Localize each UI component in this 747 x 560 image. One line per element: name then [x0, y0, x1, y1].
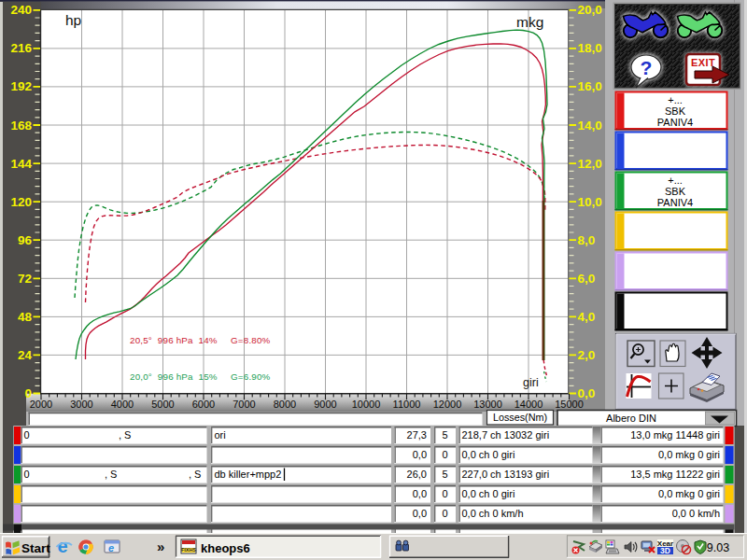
svg-text:, S: , S: [189, 469, 201, 480]
svg-text:27,3: 27,3: [407, 429, 427, 441]
svg-text:14,0: 14,0: [578, 119, 602, 133]
svg-text:kheops6: kheops6: [201, 541, 250, 555]
svg-text:120: 120: [10, 195, 32, 209]
svg-text:G=6.90%: G=6.90%: [231, 371, 271, 382]
svg-text:2,0: 2,0: [578, 348, 596, 362]
svg-text:216: 216: [10, 41, 32, 55]
svg-text:2000: 2000: [30, 399, 52, 410]
svg-text:0: 0: [24, 469, 30, 480]
svg-text:96: 96: [18, 233, 33, 247]
svg-text:0,0: 0,0: [413, 488, 427, 499]
svg-text:20,0° 996 hPa 15%: 20,0° 996 hPa 15%: [130, 371, 218, 382]
svg-text:0,0 mkg 0 giri: 0,0 mkg 0 giri: [658, 449, 720, 460]
svg-text:0: 0: [442, 488, 447, 499]
svg-text:18,0: 18,0: [578, 41, 602, 55]
svg-text:?: ?: [641, 57, 653, 78]
svg-text:192: 192: [10, 79, 32, 93]
svg-text:10,0: 10,0: [578, 195, 602, 209]
svg-text:168: 168: [10, 119, 32, 133]
svg-text:8,0: 8,0: [578, 233, 596, 247]
svg-text:8000: 8000: [274, 399, 296, 410]
svg-text:144: 144: [10, 157, 32, 171]
svg-text:mkg: mkg: [516, 14, 543, 30]
svg-text:7000: 7000: [233, 399, 255, 410]
svg-text:EXIT: EXIT: [691, 57, 715, 68]
svg-text:3D: 3D: [660, 546, 670, 555]
svg-text:e: e: [58, 536, 68, 556]
svg-text:0,0: 0,0: [413, 449, 427, 460]
svg-text:PANIV4: PANIV4: [657, 117, 693, 128]
svg-text:13,5 mkg 11222 giri: 13,5 mkg 11222 giri: [630, 469, 720, 480]
svg-text:5: 5: [442, 469, 447, 480]
svg-text:hp: hp: [65, 12, 81, 28]
svg-text:+...: +...: [668, 175, 683, 186]
svg-text:13,0 mkg 11448 giri: 13,0 mkg 11448 giri: [630, 429, 720, 441]
svg-text:giri: giri: [523, 376, 539, 389]
svg-text:10000: 10000: [352, 399, 381, 410]
svg-text:, S: , S: [119, 429, 131, 441]
svg-text:9000: 9000: [314, 399, 336, 410]
svg-text:4000: 4000: [111, 399, 134, 410]
svg-text:20,5° 996 hPa 14%: 20,5° 996 hPa 14%: [130, 335, 218, 345]
svg-text:218,7 ch 13032 giri: 218,7 ch 13032 giri: [462, 429, 550, 441]
svg-text:240: 240: [10, 3, 32, 17]
svg-text:SBK: SBK: [665, 186, 686, 197]
svg-text:0,0 ch 0 km/h: 0,0 ch 0 km/h: [462, 508, 524, 519]
svg-text:0,0 ch 0 giri: 0,0 ch 0 giri: [462, 488, 515, 499]
svg-text:0,0: 0,0: [413, 508, 427, 519]
svg-text:0: 0: [442, 449, 447, 460]
svg-text:24: 24: [18, 348, 33, 362]
svg-text:db killer+mpp2: db killer+mpp2: [215, 469, 282, 480]
svg-text:9.03: 9.03: [707, 541, 729, 554]
svg-text:3000: 3000: [70, 399, 92, 410]
svg-text:13000: 13000: [473, 399, 502, 410]
svg-text:0,0 ch 0 giri: 0,0 ch 0 giri: [462, 449, 515, 460]
svg-text:SBK: SBK: [665, 105, 686, 117]
svg-text:, S: , S: [105, 469, 117, 480]
svg-text:PANIV4: PANIV4: [657, 197, 693, 208]
svg-text:Start: Start: [21, 541, 50, 555]
svg-text:16,0: 16,0: [578, 79, 602, 93]
svg-text:48: 48: [18, 310, 33, 324]
svg-text:6000: 6000: [192, 399, 215, 410]
svg-text:FIXHS: FIXHS: [181, 547, 197, 553]
svg-text:0,0 0 km/h: 0,0 0 km/h: [672, 508, 720, 519]
svg-text:0: 0: [24, 429, 30, 441]
svg-text:72: 72: [18, 272, 32, 286]
svg-text:e: e: [108, 542, 114, 553]
svg-text:15000: 15000: [555, 399, 584, 410]
svg-text:26,0: 26,0: [407, 469, 427, 480]
svg-text:+...: +...: [668, 94, 683, 105]
svg-text:ori: ori: [215, 429, 226, 441]
svg-text:0: 0: [442, 508, 447, 519]
svg-text:12000: 12000: [433, 399, 462, 410]
svg-text:Albero DIN: Albero DIN: [606, 413, 656, 424]
svg-text:14000: 14000: [514, 399, 543, 410]
svg-text:5: 5: [442, 429, 447, 441]
svg-text:»: »: [157, 539, 164, 554]
svg-text:11000: 11000: [393, 399, 421, 410]
svg-text:12,0: 12,0: [578, 157, 602, 171]
svg-text:6,0: 6,0: [578, 272, 596, 286]
svg-text:Losses(Nm): Losses(Nm): [493, 412, 547, 423]
svg-text:0,0 mkg 0 giri: 0,0 mkg 0 giri: [658, 488, 720, 499]
svg-text:20,0: 20,0: [578, 3, 602, 17]
svg-text:G=8.80%: G=8.80%: [231, 335, 271, 345]
svg-text:4,0: 4,0: [578, 310, 596, 324]
svg-text:227,0 ch 13193 giri: 227,0 ch 13193 giri: [462, 469, 550, 480]
svg-text:5000: 5000: [151, 399, 174, 410]
